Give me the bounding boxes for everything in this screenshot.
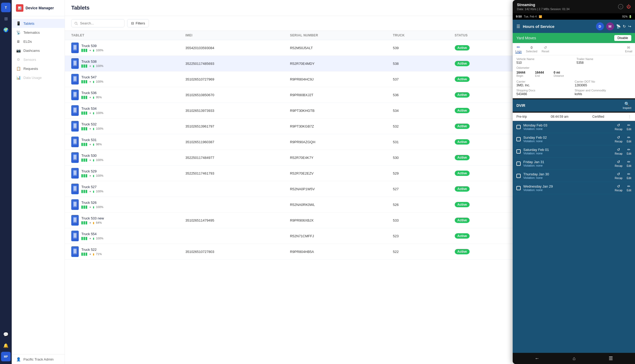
device-icon <box>71 246 79 257</box>
log-day-item: Wednesday Jan 29 Violation: none ↺ Recap… <box>513 182 635 194</box>
disable-button[interactable]: Disable <box>614 35 631 41</box>
back-nav-icon[interactable]: ← <box>535 356 540 361</box>
nav-item-telematics[interactable]: 📡 Telematics <box>12 28 65 37</box>
log-tab-email[interactable]: ✉ Email <box>625 45 632 53</box>
battery-percent: 100% <box>96 174 103 177</box>
status-badge: Active <box>455 139 470 145</box>
dvir-inspect[interactable]: 🔍 Inspect <box>623 101 631 109</box>
status-cell: Active <box>448 56 518 71</box>
power-button[interactable]: ⏻ <box>626 4 631 9</box>
sidebar-icon-grid[interactable]: ⊞ <box>1 14 11 23</box>
edit-action[interactable]: ✏ Edit <box>627 147 631 155</box>
svg-rect-21 <box>74 202 76 206</box>
hamburger-icon[interactable]: ☰ <box>516 24 520 29</box>
serial-cell: R52R70E4K7Y <box>283 150 386 166</box>
edit-action[interactable]: ✏ Edit <box>627 160 631 167</box>
nav-item-sensors: ⚙ Sensors <box>12 55 65 64</box>
dot-separator: ● <box>89 49 91 52</box>
edit-action[interactable]: ✏ Edit <box>627 123 631 131</box>
recap-action[interactable]: ↺ Recap <box>615 123 623 131</box>
battery-percent: 100% <box>96 127 103 130</box>
elds-icon: 🖥 <box>16 39 21 44</box>
recap-action[interactable]: ↺ Recap <box>615 172 623 180</box>
log-tab-logs[interactable]: ✏ Logs <box>515 45 522 53</box>
svg-rect-23 <box>74 218 76 222</box>
menu-nav-icon[interactable]: ☰ <box>609 355 613 361</box>
edit-action[interactable]: ✏ Edit <box>627 135 631 143</box>
tablet-cell: Truck 531 ▊▊▊ ● ▮ 98% <box>65 134 179 150</box>
sidebar-icon-globe[interactable]: 🌍 <box>1 25 11 35</box>
edit-action[interactable]: ✏ Edit <box>627 172 631 180</box>
device-icon <box>71 184 79 194</box>
edit-label: Edit <box>627 128 631 131</box>
search-input[interactable] <box>71 19 124 27</box>
device-status-row: ▊▊▊ ● ▮ 64% <box>81 221 104 224</box>
day-checkbox[interactable] <box>516 174 521 178</box>
device-status-row: ▊▊▊ ● ▮ 100% <box>81 80 103 83</box>
nav-item-admin[interactable]: 👤 Pacific Track Admin <box>16 357 60 361</box>
sidebar-icon-chat[interactable]: 💬 <box>1 329 11 339</box>
device-icon <box>71 152 79 163</box>
battery-percent: 95% <box>96 96 102 99</box>
edit-label: Edit <box>627 152 631 155</box>
phone-status-bar: 9:50 Tue, Feb 4 📶 91% 🔋 <box>513 13 635 20</box>
sidebar-icon-user[interactable]: MP <box>1 352 11 361</box>
logout-icon[interactable]: ↪ <box>628 24 631 28</box>
day-checkbox[interactable] <box>516 137 521 141</box>
filter-button[interactable]: ⊟ Filters <box>127 19 149 27</box>
log-day-item: Sunday Feb 02 Violation: none ↺ Recap ✏ … <box>513 133 635 145</box>
pre-trip-row: Pre-trip 08:44:59 am Certified ⋮ <box>513 113 635 121</box>
nav-item-tablets[interactable]: 📱 Tablets <box>12 19 65 28</box>
log-tab-reset[interactable]: ↺ Reset <box>542 45 549 53</box>
refresh-icon[interactable]: ↻ <box>623 24 626 28</box>
serial-cell: R52M50J5ALT <box>283 40 386 56</box>
edit-action[interactable]: ✏ Edit <box>627 184 631 192</box>
dot-separator: ● <box>89 158 91 162</box>
device-icon <box>71 121 79 132</box>
svg-rect-3 <box>74 61 76 65</box>
recap-label: Recap <box>615 152 623 155</box>
recap-label: Recap <box>615 189 623 192</box>
battery-indicator: ▮ <box>93 80 94 83</box>
log-tab-selected[interactable]: 0 Selected <box>526 45 537 53</box>
sidebar-icon-logo[interactable]: T <box>1 3 11 12</box>
svg-rect-11 <box>74 124 76 128</box>
page-title: Tablets <box>71 5 90 11</box>
nav-item-requests[interactable]: 📋 Requests <box>12 64 65 73</box>
status-badge: Active <box>455 171 470 176</box>
app-header-icons: D M 📡 ↻ ↪ <box>596 22 631 30</box>
driver-icon[interactable]: D <box>596 22 604 30</box>
day-checkbox[interactable] <box>516 125 521 129</box>
app-title: Hours of Service <box>523 24 554 29</box>
odo-distance: 0 mi Distance <box>554 71 571 77</box>
recap-action[interactable]: ↺ Recap <box>615 160 623 167</box>
recap-action[interactable]: ↺ Recap <box>615 184 623 192</box>
edit-icon: ✏ <box>627 184 630 188</box>
device-name: Truck 531 <box>81 138 102 142</box>
log-day-item: Friday Jan 31 Violation: none ↺ Recap ✏ … <box>513 158 635 170</box>
truck-cell: 529 <box>387 166 448 181</box>
day-checkbox[interactable] <box>516 149 521 154</box>
nav-item-dashcams[interactable]: 📷 Dashcams <box>12 46 65 55</box>
nav-item-elds[interactable]: 🖥 ELDs <box>12 37 65 46</box>
serial-cell: R52R70E2EZV <box>283 166 386 181</box>
mode-icon[interactable]: M <box>606 22 614 30</box>
recap-action[interactable]: ↺ Recap <box>615 135 623 143</box>
tablet-cell: Truck 554 ▊▊▊ ● ▮ 100% <box>65 228 179 244</box>
sidebar-icon-bell[interactable]: 🔔 <box>1 341 11 350</box>
status-cell: Active <box>448 134 518 150</box>
status-cell: Active <box>448 197 518 213</box>
signal-icon: ▊▊▊ <box>81 80 88 83</box>
day-checkbox[interactable] <box>516 162 521 166</box>
device-status-row: ▊▊▊ ● ▮ 100% <box>81 127 103 130</box>
pre-trip-menu-icon[interactable]: ⋮ <box>628 115 631 118</box>
status-cell: Active <box>448 228 518 244</box>
col-status: Status <box>448 31 518 40</box>
home-nav-icon[interactable]: ⌂ <box>573 356 576 361</box>
nav-bottom[interactable]: 👤 Pacific Track Admin <box>12 354 65 364</box>
signal-icon: ▊▊▊ <box>81 96 88 99</box>
vehicle-name-row: Vehicle Name 510 <box>516 57 571 65</box>
recap-action[interactable]: ↺ Recap <box>615 147 623 155</box>
device-info: Truck 526 ▊▊▊ ● ▮ 100% <box>81 201 103 209</box>
day-checkbox[interactable] <box>516 186 521 190</box>
